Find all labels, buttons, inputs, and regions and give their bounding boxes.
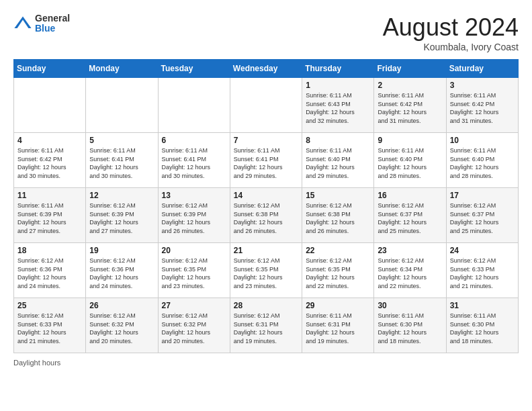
header-row: SundayMondayTuesdayWednesdayThursdayFrid…: [14, 60, 519, 78]
day-number: 14: [234, 191, 298, 200]
day-header: Tuesday: [158, 60, 230, 78]
day-number: 29: [306, 301, 370, 310]
calendar-cell: 11Sunrise: 6:11 AM Sunset: 6:39 PM Dayli…: [14, 188, 86, 243]
day-info: Sunrise: 6:12 AM Sunset: 6:37 PM Dayligh…: [378, 201, 442, 235]
calendar-week-row: 25Sunrise: 6:12 AM Sunset: 6:33 PM Dayli…: [14, 298, 519, 353]
calendar-cell: [158, 78, 230, 133]
calendar-cell: 18Sunrise: 6:12 AM Sunset: 6:36 PM Dayli…: [14, 243, 86, 298]
calendar-cell: 27Sunrise: 6:12 AM Sunset: 6:32 PM Dayli…: [158, 298, 230, 353]
day-number: 23: [378, 246, 442, 255]
daylight-label: Daylight hours: [13, 359, 60, 367]
day-info: Sunrise: 6:11 AM Sunset: 6:30 PM Dayligh…: [450, 312, 515, 345]
calendar-cell: 4Sunrise: 6:11 AM Sunset: 6:42 PM Daylig…: [14, 133, 86, 188]
day-info: Sunrise: 6:12 AM Sunset: 6:35 PM Dayligh…: [306, 257, 370, 290]
day-number: 1: [306, 81, 370, 90]
day-info: Sunrise: 6:11 AM Sunset: 6:40 PM Dayligh…: [378, 146, 442, 180]
calendar-cell: 26Sunrise: 6:12 AM Sunset: 6:32 PM Dayli…: [86, 298, 158, 353]
day-info: Sunrise: 6:12 AM Sunset: 6:36 PM Dayligh…: [89, 257, 154, 290]
day-info: Sunrise: 6:11 AM Sunset: 6:41 PM Dayligh…: [89, 146, 154, 180]
calendar-cell: 16Sunrise: 6:12 AM Sunset: 6:37 PM Dayli…: [374, 188, 446, 243]
day-header: Monday: [86, 60, 158, 78]
day-header: Friday: [374, 60, 446, 78]
day-info: Sunrise: 6:12 AM Sunset: 6:35 PM Dayligh…: [162, 257, 226, 290]
calendar-cell: [86, 78, 158, 133]
calendar-cell: 8Sunrise: 6:11 AM Sunset: 6:40 PM Daylig…: [302, 133, 374, 188]
logo-blue: Blue: [35, 24, 70, 34]
day-number: 2: [378, 81, 442, 90]
calendar-cell: 15Sunrise: 6:12 AM Sunset: 6:38 PM Dayli…: [302, 188, 374, 243]
calendar-cell: 13Sunrise: 6:12 AM Sunset: 6:39 PM Dayli…: [158, 188, 230, 243]
day-info: Sunrise: 6:12 AM Sunset: 6:33 PM Dayligh…: [17, 312, 82, 345]
location: Koumbala, Ivory Coast: [383, 42, 519, 52]
day-number: 9: [378, 136, 442, 145]
day-info: Sunrise: 6:11 AM Sunset: 6:30 PM Dayligh…: [378, 312, 442, 345]
day-info: Sunrise: 6:11 AM Sunset: 6:43 PM Dayligh…: [306, 91, 370, 125]
calendar-cell: 9Sunrise: 6:11 AM Sunset: 6:40 PM Daylig…: [374, 133, 446, 188]
calendar-cell: 29Sunrise: 6:11 AM Sunset: 6:31 PM Dayli…: [302, 298, 374, 353]
day-info: Sunrise: 6:11 AM Sunset: 6:40 PM Dayligh…: [306, 146, 370, 180]
day-info: Sunrise: 6:12 AM Sunset: 6:31 PM Dayligh…: [234, 312, 298, 345]
calendar-cell: 24Sunrise: 6:12 AM Sunset: 6:33 PM Dayli…: [446, 243, 518, 298]
day-number: 19: [89, 246, 154, 255]
calendar-cell: 19Sunrise: 6:12 AM Sunset: 6:36 PM Dayli…: [86, 243, 158, 298]
day-info: Sunrise: 6:12 AM Sunset: 6:37 PM Dayligh…: [450, 201, 515, 235]
calendar-cell: [230, 78, 302, 133]
day-number: 15: [306, 191, 370, 200]
logo-general: General: [35, 13, 70, 24]
day-number: 3: [450, 81, 515, 90]
calendar-week-row: 11Sunrise: 6:11 AM Sunset: 6:39 PM Dayli…: [14, 188, 519, 243]
day-number: 31: [450, 301, 515, 310]
day-header: Thursday: [302, 60, 374, 78]
day-info: Sunrise: 6:11 AM Sunset: 6:31 PM Dayligh…: [306, 312, 370, 345]
calendar-cell: 31Sunrise: 6:11 AM Sunset: 6:30 PM Dayli…: [446, 298, 518, 353]
day-info: Sunrise: 6:11 AM Sunset: 6:42 PM Dayligh…: [378, 91, 442, 125]
day-number: 27: [162, 301, 226, 310]
day-number: 30: [378, 301, 442, 310]
day-info: Sunrise: 6:12 AM Sunset: 6:34 PM Dayligh…: [378, 257, 442, 290]
day-info: Sunrise: 6:12 AM Sunset: 6:38 PM Dayligh…: [306, 201, 370, 235]
day-number: 12: [89, 191, 154, 200]
day-number: 6: [162, 136, 226, 145]
day-info: Sunrise: 6:11 AM Sunset: 6:40 PM Dayligh…: [450, 146, 515, 180]
day-number: 5: [89, 136, 154, 145]
calendar-table: SundayMondayTuesdayWednesdayThursdayFrid…: [13, 59, 519, 353]
day-number: 22: [306, 246, 370, 255]
calendar-week-row: 1Sunrise: 6:11 AM Sunset: 6:43 PM Daylig…: [14, 78, 519, 133]
day-number: 11: [17, 191, 82, 200]
calendar-cell: 10Sunrise: 6:11 AM Sunset: 6:40 PM Dayli…: [446, 133, 518, 188]
day-info: Sunrise: 6:11 AM Sunset: 6:41 PM Dayligh…: [234, 146, 298, 180]
calendar-cell: 1Sunrise: 6:11 AM Sunset: 6:43 PM Daylig…: [302, 78, 374, 133]
calendar-cell: 28Sunrise: 6:12 AM Sunset: 6:31 PM Dayli…: [230, 298, 302, 353]
calendar-cell: 25Sunrise: 6:12 AM Sunset: 6:33 PM Dayli…: [14, 298, 86, 353]
day-number: 8: [306, 136, 370, 145]
month-year: August 2024: [383, 13, 519, 42]
calendar-cell: 7Sunrise: 6:11 AM Sunset: 6:41 PM Daylig…: [230, 133, 302, 188]
day-number: 10: [450, 136, 515, 145]
calendar-header: SundayMondayTuesdayWednesdayThursdayFrid…: [14, 60, 519, 78]
calendar-week-row: 4Sunrise: 6:11 AM Sunset: 6:42 PM Daylig…: [14, 133, 519, 188]
logo-text: General Blue: [35, 13, 70, 34]
day-info: Sunrise: 6:11 AM Sunset: 6:42 PM Dayligh…: [450, 91, 515, 125]
day-info: Sunrise: 6:12 AM Sunset: 6:36 PM Dayligh…: [17, 257, 82, 290]
footer: Daylight hours: [13, 359, 519, 367]
calendar-cell: 5Sunrise: 6:11 AM Sunset: 6:41 PM Daylig…: [86, 133, 158, 188]
calendar-cell: 17Sunrise: 6:12 AM Sunset: 6:37 PM Dayli…: [446, 188, 518, 243]
calendar-cell: 14Sunrise: 6:12 AM Sunset: 6:38 PM Dayli…: [230, 188, 302, 243]
calendar-cell: 2Sunrise: 6:11 AM Sunset: 6:42 PM Daylig…: [374, 78, 446, 133]
day-number: 18: [17, 246, 82, 255]
calendar-cell: 3Sunrise: 6:11 AM Sunset: 6:42 PM Daylig…: [446, 78, 518, 133]
day-header: Wednesday: [230, 60, 302, 78]
day-info: Sunrise: 6:12 AM Sunset: 6:32 PM Dayligh…: [162, 312, 226, 345]
day-info: Sunrise: 6:12 AM Sunset: 6:39 PM Dayligh…: [162, 201, 226, 235]
calendar-cell: 23Sunrise: 6:12 AM Sunset: 6:34 PM Dayli…: [374, 243, 446, 298]
calendar-cell: 22Sunrise: 6:12 AM Sunset: 6:35 PM Dayli…: [302, 243, 374, 298]
page-header: General Blue August 2024 Koumbala, Ivory…: [13, 13, 519, 52]
day-info: Sunrise: 6:12 AM Sunset: 6:33 PM Dayligh…: [450, 257, 515, 290]
day-number: 4: [17, 136, 82, 145]
day-number: 21: [234, 246, 298, 255]
calendar-cell: 21Sunrise: 6:12 AM Sunset: 6:35 PM Dayli…: [230, 243, 302, 298]
title-block: August 2024 Koumbala, Ivory Coast: [383, 13, 519, 52]
calendar-cell: 30Sunrise: 6:11 AM Sunset: 6:30 PM Dayli…: [374, 298, 446, 353]
calendar-cell: 20Sunrise: 6:12 AM Sunset: 6:35 PM Dayli…: [158, 243, 230, 298]
day-number: 24: [450, 246, 515, 255]
